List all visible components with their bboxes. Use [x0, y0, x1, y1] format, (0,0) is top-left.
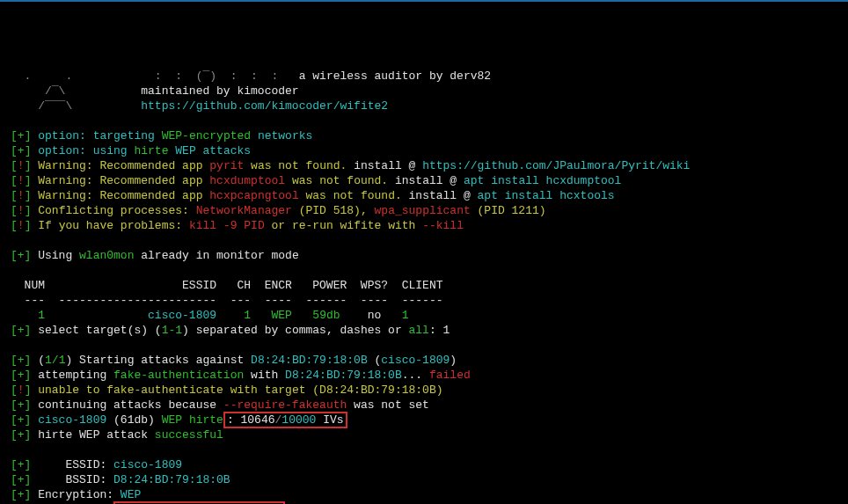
line-warning3: [!] Warning: Recommended app hcxpcapngto…	[11, 189, 615, 202]
table-divider: --- ----------------------- --- ---- ---…	[11, 294, 442, 307]
line-help: [!] If you have problems: kill -9 PID or…	[11, 219, 464, 232]
table-header: NUM ESSID CH ENCR POWER WPS? CLIENT	[11, 279, 442, 292]
line-using: [+] Using wlan0mon already in monitor mo…	[11, 249, 299, 262]
ivs-highlight-box: : 10646/10000 IVs	[223, 412, 347, 428]
line-ivs: [+] cisco-1809 (61db) WEP hirte: 10646/1…	[11, 413, 347, 427]
result-essid: [+] ESSID: cisco-1809	[11, 458, 182, 471]
line-success: [+] hirte WEP attack successful	[11, 428, 223, 442]
terminal-output[interactable]: . . : : (¯) : : : a wireless auditor by …	[11, 69, 837, 504]
line-option1: [+] option: targeting WEP-encrypted netw…	[11, 129, 312, 142]
line-warning2: [!] Warning: Recommended app hcxdumptool…	[11, 174, 621, 187]
line-unable: [!] unable to fake-authenticate with tar…	[11, 383, 443, 397]
line-attempt: [+] attempting fake-authentication with …	[11, 369, 471, 382]
ascii-art: . . : : (¯) : : : a wireless auditor by …	[11, 69, 491, 113]
line-conflict: [!] Conflicting processes: NetworkManage…	[11, 204, 546, 217]
line-option2: [+] option: using hirte WEP attacks	[11, 144, 251, 157]
table-row: 1 cisco-1809 1 WEP 59db no 1	[11, 309, 409, 322]
result-bssid: [+] BSSID: D8:24:BD:79:18:0B	[11, 473, 230, 486]
line-attack-start: [+] (1/1) Starting attacks against D8:24…	[11, 354, 457, 367]
line-continue: [+] continuing attacks because --require…	[11, 398, 429, 412]
line-select: [+] select target(s) (1-1) separated by …	[11, 324, 450, 337]
line-warning1: [!] Warning: Recommended app pyrit was n…	[11, 159, 690, 172]
result-encryption: [+] Encryption: WEP	[11, 488, 141, 501]
